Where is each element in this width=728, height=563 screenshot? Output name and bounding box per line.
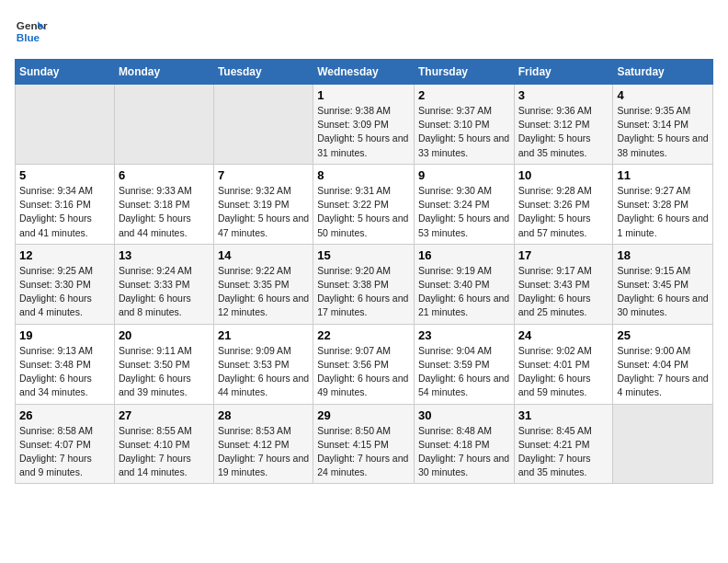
- day-info: Sunrise: 9:31 AM Sunset: 3:22 PM Dayligh…: [317, 184, 410, 240]
- header: General Blue: [15, 15, 713, 48]
- day-info: Sunrise: 9:20 AM Sunset: 3:38 PM Dayligh…: [317, 264, 410, 320]
- day-info: Sunrise: 9:30 AM Sunset: 3:24 PM Dayligh…: [418, 184, 510, 240]
- logo: General Blue: [15, 15, 48, 48]
- calendar-cell: 14Sunrise: 9:22 AM Sunset: 3:35 PM Dayli…: [213, 244, 313, 324]
- calendar-cell: 1Sunrise: 9:38 AM Sunset: 3:09 PM Daylig…: [313, 85, 415, 165]
- day-number: 17: [518, 248, 609, 262]
- calendar-cell: 22Sunrise: 9:07 AM Sunset: 3:56 PM Dayli…: [313, 324, 415, 404]
- day-number: 9: [418, 168, 510, 182]
- day-number: 24: [518, 328, 609, 342]
- svg-text:Blue: Blue: [17, 31, 40, 43]
- day-info: Sunrise: 9:33 AM Sunset: 3:18 PM Dayligh…: [119, 184, 210, 240]
- calendar-cell: 18Sunrise: 9:15 AM Sunset: 3:45 PM Dayli…: [613, 244, 713, 324]
- day-info: Sunrise: 9:25 AM Sunset: 3:30 PM Dayligh…: [19, 264, 110, 320]
- day-info: Sunrise: 9:22 AM Sunset: 3:35 PM Dayligh…: [218, 264, 309, 320]
- day-info: Sunrise: 9:09 AM Sunset: 3:53 PM Dayligh…: [218, 344, 309, 400]
- day-number: 4: [617, 88, 709, 102]
- logo-icon: General Blue: [15, 15, 48, 48]
- day-number: 22: [317, 328, 410, 342]
- day-info: Sunrise: 9:35 AM Sunset: 3:14 PM Dayligh…: [617, 104, 709, 160]
- calendar-cell: 10Sunrise: 9:28 AM Sunset: 3:26 PM Dayli…: [514, 164, 613, 244]
- day-number: 10: [518, 168, 609, 182]
- day-info: Sunrise: 9:28 AM Sunset: 3:26 PM Dayligh…: [518, 184, 609, 240]
- calendar-cell: 6Sunrise: 9:33 AM Sunset: 3:18 PM Daylig…: [114, 164, 213, 244]
- calendar-cell: 30Sunrise: 8:48 AM Sunset: 4:18 PM Dayli…: [414, 404, 514, 484]
- calendar-cell: [114, 85, 213, 165]
- calendar-cell: 12Sunrise: 9:25 AM Sunset: 3:30 PM Dayli…: [16, 244, 115, 324]
- calendar-cell: 24Sunrise: 9:02 AM Sunset: 4:01 PM Dayli…: [514, 324, 613, 404]
- calendar-cell: [213, 85, 313, 165]
- calendar-cell: 8Sunrise: 9:31 AM Sunset: 3:22 PM Daylig…: [313, 164, 415, 244]
- day-number: 6: [119, 168, 210, 182]
- week-row-3: 12Sunrise: 9:25 AM Sunset: 3:30 PM Dayli…: [16, 244, 713, 324]
- calendar-cell: 15Sunrise: 9:20 AM Sunset: 3:38 PM Dayli…: [313, 244, 415, 324]
- day-info: Sunrise: 9:19 AM Sunset: 3:40 PM Dayligh…: [418, 264, 510, 320]
- day-info: Sunrise: 8:48 AM Sunset: 4:18 PM Dayligh…: [418, 424, 510, 480]
- day-info: Sunrise: 9:15 AM Sunset: 3:45 PM Dayligh…: [617, 264, 709, 320]
- weekday-header-saturday: Saturday: [613, 60, 713, 85]
- calendar-cell: 19Sunrise: 9:13 AM Sunset: 3:48 PM Dayli…: [16, 324, 115, 404]
- svg-text:General: General: [17, 19, 48, 31]
- day-info: Sunrise: 8:58 AM Sunset: 4:07 PM Dayligh…: [19, 424, 110, 480]
- day-info: Sunrise: 8:55 AM Sunset: 4:10 PM Dayligh…: [119, 424, 210, 480]
- day-info: Sunrise: 9:17 AM Sunset: 3:43 PM Dayligh…: [518, 264, 609, 320]
- calendar-cell: 28Sunrise: 8:53 AM Sunset: 4:12 PM Dayli…: [213, 404, 313, 484]
- calendar-cell: 7Sunrise: 9:32 AM Sunset: 3:19 PM Daylig…: [213, 164, 313, 244]
- calendar-cell: 31Sunrise: 8:45 AM Sunset: 4:21 PM Dayli…: [514, 404, 613, 484]
- day-info: Sunrise: 9:32 AM Sunset: 3:19 PM Dayligh…: [218, 184, 309, 240]
- day-number: 14: [218, 248, 309, 262]
- day-number: 19: [19, 328, 110, 342]
- day-number: 30: [418, 408, 510, 422]
- day-number: 12: [19, 248, 110, 262]
- weekday-header-sunday: Sunday: [16, 60, 115, 85]
- day-info: Sunrise: 8:53 AM Sunset: 4:12 PM Dayligh…: [218, 424, 309, 480]
- day-number: 8: [317, 168, 410, 182]
- weekday-header-friday: Friday: [514, 60, 613, 85]
- day-number: 13: [119, 248, 210, 262]
- weekday-header-thursday: Thursday: [414, 60, 514, 85]
- day-number: 21: [218, 328, 309, 342]
- day-info: Sunrise: 9:07 AM Sunset: 3:56 PM Dayligh…: [317, 344, 410, 400]
- day-info: Sunrise: 9:02 AM Sunset: 4:01 PM Dayligh…: [518, 344, 609, 400]
- day-number: 23: [418, 328, 510, 342]
- day-number: 15: [317, 248, 410, 262]
- day-number: 25: [617, 328, 709, 342]
- week-row-5: 26Sunrise: 8:58 AM Sunset: 4:07 PM Dayli…: [16, 404, 713, 484]
- calendar-cell: 21Sunrise: 9:09 AM Sunset: 3:53 PM Dayli…: [213, 324, 313, 404]
- calendar-cell: 9Sunrise: 9:30 AM Sunset: 3:24 PM Daylig…: [414, 164, 514, 244]
- week-row-1: 1Sunrise: 9:38 AM Sunset: 3:09 PM Daylig…: [16, 85, 713, 165]
- day-info: Sunrise: 9:36 AM Sunset: 3:12 PM Dayligh…: [518, 104, 609, 160]
- calendar-table: SundayMondayTuesdayWednesdayThursdayFrid…: [15, 59, 713, 484]
- calendar-cell: [16, 85, 115, 165]
- day-number: 11: [617, 168, 709, 182]
- calendar-cell: 13Sunrise: 9:24 AM Sunset: 3:33 PM Dayli…: [114, 244, 213, 324]
- day-number: 27: [119, 408, 210, 422]
- calendar-cell: 27Sunrise: 8:55 AM Sunset: 4:10 PM Dayli…: [114, 404, 213, 484]
- calendar-header: SundayMondayTuesdayWednesdayThursdayFrid…: [16, 60, 713, 85]
- day-number: 26: [19, 408, 110, 422]
- day-number: 20: [119, 328, 210, 342]
- calendar-cell: 20Sunrise: 9:11 AM Sunset: 3:50 PM Dayli…: [114, 324, 213, 404]
- day-number: 2: [418, 88, 510, 102]
- calendar-cell: 5Sunrise: 9:34 AM Sunset: 3:16 PM Daylig…: [16, 164, 115, 244]
- day-info: Sunrise: 9:24 AM Sunset: 3:33 PM Dayligh…: [119, 264, 210, 320]
- day-info: Sunrise: 9:37 AM Sunset: 3:10 PM Dayligh…: [418, 104, 510, 160]
- day-info: Sunrise: 9:04 AM Sunset: 3:59 PM Dayligh…: [418, 344, 510, 400]
- day-number: 31: [518, 408, 609, 422]
- calendar-cell: 2Sunrise: 9:37 AM Sunset: 3:10 PM Daylig…: [414, 85, 514, 165]
- day-number: 7: [218, 168, 309, 182]
- weekday-header-monday: Monday: [114, 60, 213, 85]
- week-row-4: 19Sunrise: 9:13 AM Sunset: 3:48 PM Dayli…: [16, 324, 713, 404]
- day-info: Sunrise: 8:45 AM Sunset: 4:21 PM Dayligh…: [518, 424, 609, 480]
- weekday-header-tuesday: Tuesday: [213, 60, 313, 85]
- day-number: 29: [317, 408, 410, 422]
- week-row-2: 5Sunrise: 9:34 AM Sunset: 3:16 PM Daylig…: [16, 164, 713, 244]
- calendar-cell: 26Sunrise: 8:58 AM Sunset: 4:07 PM Dayli…: [16, 404, 115, 484]
- day-info: Sunrise: 9:13 AM Sunset: 3:48 PM Dayligh…: [19, 344, 110, 400]
- calendar-cell: 16Sunrise: 9:19 AM Sunset: 3:40 PM Dayli…: [414, 244, 514, 324]
- calendar-cell: 17Sunrise: 9:17 AM Sunset: 3:43 PM Dayli…: [514, 244, 613, 324]
- day-number: 28: [218, 408, 309, 422]
- day-info: Sunrise: 9:34 AM Sunset: 3:16 PM Dayligh…: [19, 184, 110, 240]
- calendar-cell: 23Sunrise: 9:04 AM Sunset: 3:59 PM Dayli…: [414, 324, 514, 404]
- calendar-cell: 29Sunrise: 8:50 AM Sunset: 4:15 PM Dayli…: [313, 404, 415, 484]
